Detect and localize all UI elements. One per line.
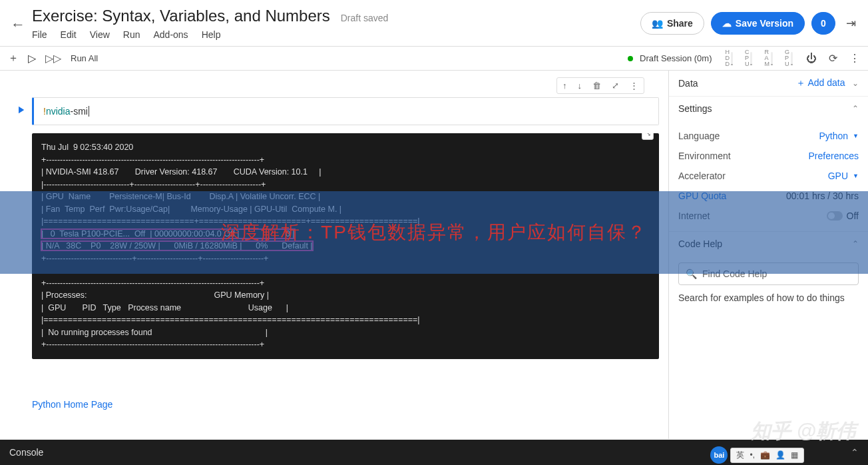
delete-cell-icon[interactable]: 🗑: [588, 79, 605, 92]
python-home-link[interactable]: Python Home Page: [32, 399, 112, 410]
settings-section-title: Settings: [678, 103, 712, 114]
collapse-right-panel-icon[interactable]: ⇥: [842, 12, 860, 35]
code-help-description: Search for examples of how to do things: [669, 292, 868, 314]
session-status[interactable]: Draft Session (0m): [628, 53, 712, 63]
data-section-title: Data: [678, 78, 698, 89]
save-status: Draft saved: [341, 13, 389, 23]
cell-action-bar: ↑ ↓ 🗑 ⤢ ⋮: [556, 77, 644, 94]
restart-icon[interactable]: ⟳: [829, 52, 837, 65]
search-icon: 🔍: [686, 268, 697, 279]
code-help-search[interactable]: 🔍 Find Code Help: [678, 262, 859, 285]
accelerator-select[interactable]: GPU▼: [828, 171, 859, 181]
ime-briefcase-icon[interactable]: 💼: [760, 450, 770, 460]
gpu-quota-value: 00:01 hrs / 30 hrs: [786, 191, 859, 201]
language-select[interactable]: Python▼: [819, 131, 859, 141]
markdown-cell[interactable]: Python Home Page: [32, 399, 659, 410]
settings-chevron-icon[interactable]: ⌃: [852, 104, 859, 113]
language-label: Language: [678, 131, 720, 141]
run-all-icon[interactable]: ▷▷: [45, 52, 61, 65]
menu-addons[interactable]: Add-ons: [153, 29, 188, 40]
console-expand-icon[interactable]: ⌃: [851, 447, 859, 458]
run-cell-icon[interactable]: ▷: [28, 52, 36, 65]
ram-meter: RAM: [764, 49, 773, 67]
menu-view[interactable]: View: [90, 29, 110, 40]
move-cell-down-icon[interactable]: ↓: [574, 79, 586, 92]
hdd-meter: HDD: [725, 49, 733, 67]
highlighted-gpu-row: | 0 Tesla P100-PCIE... Off | 00000000:00…: [41, 229, 313, 251]
gpu-quota-label[interactable]: GPU Quota: [678, 191, 726, 201]
run-this-cell-button[interactable]: [9, 97, 32, 125]
console-label[interactable]: Console: [9, 447, 43, 458]
ime-dot-icon[interactable]: •,: [750, 450, 755, 460]
collapse-output-icon[interactable]: ⤡: [642, 133, 654, 140]
share-label: Share: [667, 18, 693, 29]
internet-toggle[interactable]: Off: [827, 211, 859, 221]
toggle-track: [827, 211, 843, 221]
ime-lang[interactable]: 英: [736, 450, 744, 461]
cell-more-icon[interactable]: ⋮: [626, 79, 642, 92]
ime-badge[interactable]: bai: [710, 446, 728, 464]
cpu-meter: CPU: [745, 49, 753, 67]
code-help-title: Code Help: [678, 238, 722, 249]
version-count-button[interactable]: 0: [811, 12, 835, 35]
code-input[interactable]: !nvidia-smi: [32, 97, 659, 125]
menu-file[interactable]: File: [32, 29, 47, 40]
code-help-chevron-icon[interactable]: ⌃: [852, 239, 859, 248]
add-data-button[interactable]: ＋ Add data: [796, 77, 845, 88]
power-icon[interactable]: ⏻: [806, 53, 817, 65]
back-arrow[interactable]: ←: [8, 7, 32, 33]
internet-label: Internet: [678, 211, 710, 221]
session-label: Draft Session (0m): [640, 53, 712, 63]
more-icon[interactable]: ⋮: [849, 52, 860, 65]
menu-help[interactable]: Help: [202, 29, 221, 40]
people-icon: 👥: [652, 18, 663, 29]
notebook-title[interactable]: Exercise: Syntax, Variables, and Numbers: [32, 7, 330, 25]
cell-output: ⤡Thu Jul 9 02:53:40 2020 +--------------…: [32, 133, 659, 359]
accelerator-label: Accelerator: [678, 171, 726, 181]
ime-user-icon[interactable]: 👤: [775, 450, 785, 460]
ime-grid-icon[interactable]: ▦: [791, 450, 798, 460]
code-help-placeholder: Find Code Help: [702, 268, 767, 279]
environment-link[interactable]: Preferences: [809, 151, 859, 161]
add-cell-icon[interactable]: ＋: [8, 51, 19, 65]
session-active-dot: [628, 56, 633, 61]
collapse-cell-icon[interactable]: ⤢: [608, 79, 623, 92]
run-all-label[interactable]: Run All: [71, 53, 98, 63]
gpu-meter: GPU: [785, 49, 793, 67]
cloud-save-icon: ☁: [722, 18, 732, 29]
share-button[interactable]: 👥 Share: [640, 12, 704, 35]
menu-run[interactable]: Run: [123, 29, 140, 40]
save-version-button[interactable]: ☁ Save Version: [711, 12, 805, 35]
main-menu: File Edit View Run Add-ons Help: [32, 29, 640, 40]
data-chevron-icon[interactable]: ⌄: [847, 79, 859, 88]
save-version-label: Save Version: [736, 18, 793, 29]
menu-edit[interactable]: Edit: [61, 29, 77, 40]
move-cell-up-icon[interactable]: ↑: [558, 79, 571, 92]
ime-bar: bai 英 •, 💼 👤 ▦: [710, 446, 804, 464]
environment-label: Environment: [678, 151, 731, 161]
